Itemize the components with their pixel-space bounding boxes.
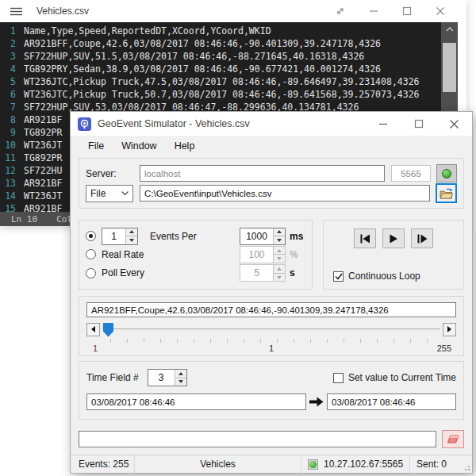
resize-grip[interactable] (463, 464, 470, 471)
scrollbar-up-icon[interactable] (441, 22, 458, 36)
simulator-titlebar: GeoEvent Simulator - Vehicles.csv (71, 112, 472, 136)
spin-up-button[interactable] (274, 247, 285, 255)
server-port-input[interactable]: 5565 (391, 165, 431, 182)
interval-stepper[interactable]: 1000 (240, 228, 286, 245)
spin-up-button[interactable] (274, 265, 285, 274)
menu-window[interactable]: Window (113, 140, 165, 152)
checkmark-icon (335, 273, 343, 280)
source-type-value: File (90, 188, 106, 199)
code-line: 1Name,Type,Speed,ReportedDT,XCoord,YCoor… (0, 25, 441, 37)
spin-down-button[interactable] (274, 255, 285, 263)
slider-thumb[interactable] (103, 323, 113, 337)
simulator-window-title: GeoEvent Simulator - Vehicles.csv (98, 118, 250, 129)
line-number: 7 (0, 101, 24, 113)
percent-unit-label: % (290, 249, 305, 260)
event-group: AR921BFF,Coupe,42.6,03/08/2017 08:46:46,… (79, 296, 464, 356)
time-from-input[interactable]: 03/08/2017 08:46:46 (86, 393, 306, 410)
server-host-input[interactable]: localhost (140, 165, 385, 182)
real-rate-stepper[interactable]: 100 (240, 246, 286, 263)
play-button[interactable] (382, 228, 405, 248)
continuous-loop-checkbox[interactable] (333, 271, 344, 282)
folder-open-icon (440, 188, 453, 199)
spin-down-button[interactable] (175, 378, 186, 386)
spin-up-button[interactable] (274, 228, 285, 237)
rate-group: 1 Events Per 1000 ms Real Rate 100 (79, 220, 313, 290)
ms-unit-label: ms (290, 231, 305, 242)
line-number: 13 (0, 177, 24, 190)
event-count-stepper[interactable]: 1 (102, 228, 138, 245)
server-group: Server: localhost 5565 File C:\GeoEvent\… (79, 158, 464, 209)
line-text: AR921BF (24, 113, 62, 126)
playback-group: Continuous Loop (323, 220, 464, 290)
poll-stepper[interactable]: 5 (240, 264, 286, 282)
skip-to-start-button[interactable] (354, 228, 376, 248)
set-current-time-checkbox[interactable] (333, 373, 344, 383)
slider-right-button[interactable] (443, 323, 456, 336)
expand-icon[interactable] (324, 0, 357, 22)
arrow-right-icon (309, 397, 324, 407)
real-rate-label: Real Rate (102, 249, 144, 260)
code-line: 3SF722HUP,SUV,51.5,03/08/2017 08:46:46,-… (0, 50, 441, 63)
source-type-select[interactable]: File (86, 185, 133, 202)
menu-hamburger-icon[interactable] (10, 7, 22, 16)
line-text: TG892PR (24, 152, 62, 164)
time-field-stepper[interactable]: 3 (148, 369, 187, 386)
minimize-icon[interactable] (357, 0, 390, 22)
set-current-time-label: Set value to Current Time (348, 372, 456, 383)
status-line-number: Ln 10 (11, 214, 37, 225)
connect-button[interactable] (436, 164, 457, 182)
slider-ticks (110, 339, 437, 343)
line-number: 8 (0, 113, 24, 126)
maximize-icon[interactable] (401, 112, 436, 136)
real-rate-radio[interactable] (86, 249, 96, 259)
maximize-icon[interactable] (390, 0, 424, 22)
browse-file-button[interactable] (436, 183, 457, 203)
spin-down-button[interactable] (274, 236, 285, 244)
event-count-value: 1 (102, 228, 125, 244)
spin-up-button[interactable] (175, 370, 186, 378)
line-text: SF722HUP,SUV,51.5,03/08/2017 08:46:46,-8… (24, 50, 364, 63)
line-number: 14 (0, 190, 24, 202)
line-text: WT236JTC,Pickup Truck,50.7,03/08/2017 08… (24, 88, 420, 101)
line-text: WT236JT (24, 139, 62, 152)
line-number: 3 (0, 50, 24, 63)
time-group: Time Field # 3 Set value to Current Time… (79, 361, 464, 420)
step-forward-button[interactable] (411, 228, 433, 248)
slider-left-button[interactable] (86, 323, 100, 336)
real-rate-value: 100 (240, 247, 273, 263)
line-number: 4 (0, 63, 24, 75)
menu-help[interactable]: Help (166, 140, 204, 152)
menu-bar: File Window Help (71, 136, 472, 156)
scrollbar-thumb[interactable] (443, 43, 456, 92)
line-text: AR921BF (24, 177, 62, 190)
spin-down-button[interactable] (274, 274, 285, 282)
event-slider[interactable] (102, 328, 440, 331)
geoevent-app-icon (78, 117, 91, 131)
skip-back-icon (359, 234, 370, 244)
line-text: AR921BF (24, 202, 62, 212)
line-text: WT236JT (24, 190, 62, 202)
editor-window-title: Vehicles.csv (36, 6, 89, 17)
spin-up-button[interactable] (126, 228, 137, 237)
events-count: Events: 255 (79, 459, 129, 470)
slider-min-label: 1 (93, 344, 98, 353)
poll-every-radio[interactable] (86, 268, 96, 278)
current-event-input[interactable]: AR921BFF,Coupe,42.6,03/08/2017 08:46:46,… (86, 302, 456, 317)
minimize-icon[interactable] (365, 112, 401, 136)
time-to-input[interactable]: 03/08/2017 08:46:46 (327, 393, 456, 410)
editor-titlebar: Vehicles.csv (0, 0, 466, 22)
close-icon[interactable] (424, 0, 457, 22)
spin-down-button[interactable] (126, 236, 137, 244)
events-per-label: Events Per (150, 231, 197, 242)
eraser-icon (447, 435, 459, 443)
close-icon[interactable] (436, 112, 472, 136)
file-path-input[interactable]: C:\GeoEvent\input\Vehicles.csv (140, 185, 430, 202)
line-number: 12 (0, 164, 24, 177)
code-line: 6WT236JTC,Pickup Truck,50.7,03/08/2017 0… (0, 88, 441, 101)
line-number: 9 (0, 126, 24, 139)
clear-button[interactable] (442, 430, 464, 448)
line-text: WT236JTC,Pickup Truck,47.5,03/08/2017 08… (24, 75, 420, 88)
menu-file[interactable]: File (79, 140, 113, 152)
events-per-radio[interactable] (86, 231, 96, 241)
progress-input[interactable] (79, 431, 436, 447)
